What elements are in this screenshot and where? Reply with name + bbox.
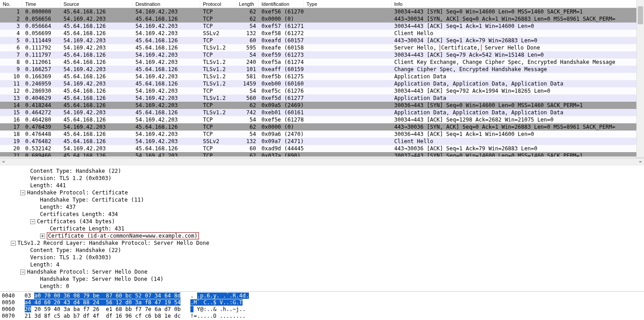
collapse-icon[interactable]: −: [11, 241, 16, 246]
hex-line[interactable]: 0060 20 20 59 40 3a ba f7 26 e1 68 bb f7…: [2, 306, 642, 313]
ascii-selection: .p.6.y. .`.R.4d.: [197, 293, 249, 299]
certificate-highlight: Certificate,: [440, 45, 482, 51]
table-row[interactable]: 160.46428045.64.168.12654.169.42.203TCP5…: [0, 116, 644, 123]
table-row[interactable]: 10.00000045.64.168.12654.169.42.203TCP62…: [0, 8, 644, 15]
col-header-length[interactable]: Length: [236, 0, 259, 8]
table-row[interactable]: 140.41824445.64.168.12654.169.42.203TCP6…: [0, 102, 644, 109]
tree-line[interactable]: Handshake Type: Server Hello Done (14): [1, 275, 643, 283]
tree-line[interactable]: Length: 0: [1, 283, 643, 290]
tree-line[interactable]: Content Type: Handshake (22): [1, 247, 643, 254]
table-row[interactable]: 170.47643954.169.42.20345.64.168.126TCP6…: [0, 123, 644, 131]
col-header-no[interactable]: No.: [0, 0, 23, 8]
hex-dump-pane[interactable]: 0040 03 a0 70 00 36 08 79 be 87 60 bc 52…: [0, 292, 644, 320]
col-header-info[interactable]: Info: [392, 0, 644, 8]
tree-line[interactable]: Content Type: Handshake (22): [1, 167, 643, 175]
table-row[interactable]: 80.11206145.64.168.12654.169.42.203TLSv1…: [0, 59, 644, 66]
hex-selection: 20: [25, 306, 31, 312]
table-row[interactable]: 200.53214254.169.42.20345.64.168.126TCP6…: [0, 145, 644, 152]
col-header-time[interactable]: Time: [23, 0, 61, 8]
packet-list-scrollbar-v[interactable]: [636, 0, 644, 158]
table-row[interactable]: 70.11179745.64.168.12654.169.42.203TCP54…: [0, 51, 644, 59]
table-row[interactable]: 110.24695954.169.42.20345.64.168.126TLSv…: [0, 80, 644, 87]
ascii-selection: [190, 306, 194, 312]
certificate-entry-highlight: Certificate (id-at-commonName=www.exampl…: [47, 232, 199, 239]
packet-list-scrollbar-h[interactable]: [0, 158, 644, 166]
col-header-protocol[interactable]: Protocol: [200, 0, 236, 8]
hex-line[interactable]: 0050 a4 4d 60 20 43 d4 88 24 56 12 d0 3a…: [2, 299, 642, 306]
hex-selection: a0 70 00 36 08 79 be 87 60 bc 52 07 34 6…: [34, 293, 180, 299]
tree-line[interactable]: Certificates Length: 434: [1, 211, 643, 218]
collapse-icon[interactable]: −: [20, 270, 25, 275]
tree-line[interactable]: −Handshake Protocol: Certificate: [1, 189, 643, 196]
tree-line[interactable]: Version: TLS 1.2 (0x0303): [1, 254, 643, 261]
ascii-selection: .M` C..$ V..:G.T: [190, 299, 243, 306]
table-row[interactable]: 190.47648245.64.168.12654.169.42.203SSLv…: [0, 138, 644, 145]
tree-line[interactable]: −TLSv1.2 Record Layer: Handshake Protoco…: [1, 239, 643, 247]
table-row[interactable]: 150.46427254.169.42.20345.64.168.126TLSv…: [0, 109, 644, 116]
hex-line[interactable]: 0040 03 a0 70 00 36 08 79 be 87 60 bc 52…: [2, 293, 642, 299]
tree-line[interactable]: Length: 437: [1, 203, 643, 211]
tree-line[interactable]: +Certificate (id-at-commonName=www.examp…: [1, 232, 643, 239]
packet-list-header: No. Time Source Destination Protocol Len…: [0, 0, 644, 8]
collapse-icon[interactable]: −: [20, 190, 25, 195]
tree-line[interactable]: Handshake Type: Certificate (11): [1, 196, 643, 203]
table-row[interactable]: 60.11179254.169.42.20345.64.168.126TLSv1…: [0, 44, 644, 51]
table-row[interactable]: 180.47644845.64.168.12654.169.42.203TCP5…: [0, 131, 644, 138]
tree-line[interactable]: Length: 441: [1, 182, 643, 189]
table-row[interactable]: 130.40462945.64.168.12654.169.42.203TLSv…: [0, 95, 644, 102]
collapse-icon[interactable]: −: [30, 219, 35, 224]
hex-line[interactable]: 0070 21 3d 8f c5 ab b7 df 4f df 16 96 cf…: [2, 313, 642, 320]
col-header-type[interactable]: Type: [304, 0, 392, 8]
col-header-source[interactable]: Source: [61, 0, 133, 8]
tree-line[interactable]: −Certificates (434 bytes): [1, 218, 643, 225]
tree-line[interactable]: Length: 4: [1, 261, 643, 268]
table-row[interactable]: 210.68946645.64.168.12654.169.42.203TCP6…: [0, 152, 644, 157]
packet-rows[interactable]: 10.00000045.64.168.12654.169.42.203TCP62…: [0, 8, 644, 157]
expand-icon[interactable]: +: [40, 234, 45, 239]
packet-detail-pane[interactable]: Content Type: Handshake (22) Version: TL…: [0, 166, 644, 292]
tree-line[interactable]: −Handshake Protocol: Server Hello Done: [1, 268, 643, 275]
tree-line[interactable]: Certificate Length: 431: [1, 225, 643, 232]
table-row[interactable]: 90.16625754.169.42.20345.64.168.126TLSv1…: [0, 66, 644, 73]
table-row[interactable]: 20.05665654.169.42.20345.64.168.126TCP62…: [0, 15, 644, 23]
table-row[interactable]: 50.11144954.169.42.20345.64.168.126TCP60…: [0, 37, 644, 44]
hex-selection: a4 4d 60 20 43 d4 88 24 56 12 d0 3a f8 4…: [25, 299, 181, 306]
table-row[interactable]: 100.16636945.64.168.12654.169.42.203TLSv…: [0, 73, 644, 80]
col-header-identification[interactable]: Identification: [259, 0, 304, 8]
packet-list-pane: No. Time Source Destination Protocol Len…: [0, 0, 644, 158]
table-row[interactable]: 120.28693045.64.168.12654.169.42.203TCP5…: [0, 87, 644, 95]
table-row[interactable]: 40.05669945.64.168.12654.169.42.203SSLv2…: [0, 30, 644, 37]
tree-line[interactable]: Version: TLS 1.2 (0x0303): [1, 175, 643, 182]
col-header-destination[interactable]: Destination: [133, 0, 200, 8]
table-row[interactable]: 30.05666445.64.168.12654.169.42.203TCP54…: [0, 23, 644, 30]
